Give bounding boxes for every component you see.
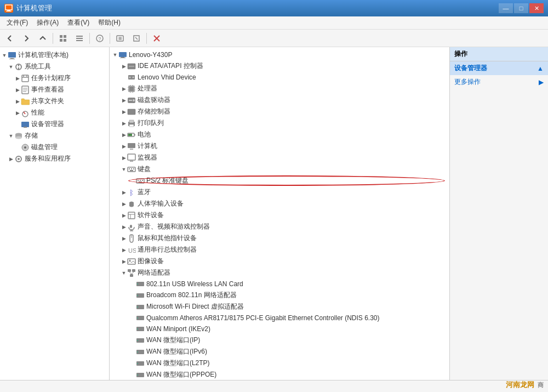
- network-item-4[interactable]: Qualcomm Atheros AR8171/8175 PCI-E Gigab…: [110, 313, 449, 323]
- expand-system-tools[interactable]: ▼: [8, 64, 14, 70]
- maximize-button[interactable]: □: [514, 3, 528, 13]
- right-panel-device-manager[interactable]: 设备管理器 ▲: [450, 61, 548, 75]
- device-usb[interactable]: ▶ USB 通用串行总线控制器: [110, 244, 449, 255]
- network-item-2[interactable]: Broadcom 802.11n 网络适配器: [110, 289, 449, 301]
- delete-btn[interactable]: [149, 31, 164, 46]
- device-cpu[interactable]: ▶ 处理器: [110, 83, 449, 94]
- device-vhid[interactable]: Lenovo Vhid Device: [110, 72, 449, 83]
- device-network[interactable]: ▼ 网络适配器: [110, 267, 449, 279]
- svg-rect-72: [130, 149, 133, 150]
- expand-software[interactable]: ▶: [121, 212, 127, 219]
- expand-root[interactable]: ▼: [1, 52, 8, 59]
- device-ps2-keyboard[interactable]: PS/2 标准键盘: [110, 175, 449, 186]
- close-button[interactable]: ✕: [529, 3, 544, 13]
- network-item-6[interactable]: WAN 微型端口(IP): [110, 334, 449, 346]
- tree-root[interactable]: ▼ 计算机管理(本地): [0, 49, 109, 61]
- device-print[interactable]: ▶ 打印队列: [110, 117, 449, 129]
- net-item-9-label: WAN 微型端口(PPPOE): [146, 370, 216, 379]
- expand-task-scheduler[interactable]: ▶: [14, 75, 21, 82]
- device-software[interactable]: ▶ 软件设备: [110, 209, 449, 221]
- expand-device-root[interactable]: ▼: [112, 52, 118, 58]
- menu-view[interactable]: 查看(V): [63, 17, 94, 29]
- menu-action[interactable]: 操作(A): [32, 17, 63, 29]
- device-bluetooth[interactable]: ▶ ᛒ 蓝牙: [110, 186, 449, 198]
- expand-event-viewer[interactable]: ▶: [14, 87, 21, 93]
- expand-storage-ctrl[interactable]: ▶: [121, 109, 127, 115]
- device-root[interactable]: ▼ Lenovo-Y430P: [110, 49, 449, 60]
- expand-monitor[interactable]: ▶: [121, 155, 127, 161]
- minimize-button[interactable]: —: [499, 3, 513, 13]
- svg-rect-89: [130, 225, 132, 228]
- expand-hid[interactable]: ▶: [121, 201, 127, 207]
- device-hid[interactable]: ▶ 人体学输入设备: [110, 198, 449, 209]
- watermark-text: 河南龙网: [506, 380, 534, 389]
- tree-task-scheduler[interactable]: ▶ 任务计划程序: [0, 72, 109, 84]
- device-disk[interactable]: ▶ 磁盘驱动器: [110, 94, 449, 106]
- svg-rect-81: [138, 180, 139, 181]
- network-item-9[interactable]: WAN 微型端口(PPPOE): [110, 369, 449, 380]
- tree-event-viewer[interactable]: ▶ 事件查看器: [0, 84, 109, 95]
- menu-file[interactable]: 文件(F): [2, 17, 32, 29]
- expand-performance[interactable]: ▶: [14, 110, 21, 116]
- net-adapter-icon-8: [136, 359, 145, 368]
- tree-disk-management[interactable]: 磁盘管理: [0, 141, 109, 153]
- expand-shared-folders[interactable]: ▶: [14, 98, 21, 105]
- expand-keyboard[interactable]: ▼: [121, 166, 127, 173]
- right-panel-more-actions[interactable]: 更多操作 ▶: [450, 75, 548, 89]
- network-item-1[interactable]: 802.11n USB Wireless LAN Card: [110, 279, 449, 289]
- svg-text:ᛒ: ᛒ: [129, 189, 134, 197]
- svg-rect-20: [9, 59, 15, 59]
- expand-bluetooth[interactable]: ▶: [121, 189, 127, 196]
- network-item-3[interactable]: Microsoft Wi-Fi Direct 虚拟适配器: [110, 301, 449, 313]
- expand-services[interactable]: ▶: [8, 156, 14, 162]
- shared-folders-label: 共享文件夹: [31, 96, 64, 106]
- expand-audio[interactable]: ▶: [121, 224, 127, 230]
- help-btn[interactable]: ?: [92, 31, 107, 46]
- expand-storage[interactable]: ▼: [8, 133, 14, 139]
- device-battery[interactable]: ▶ 电池: [110, 129, 449, 140]
- expand-mouse[interactable]: ▶: [121, 235, 127, 242]
- software-icon: [127, 211, 136, 220]
- tree-performance[interactable]: ▶ 性能: [0, 107, 109, 118]
- view-btn-2[interactable]: [72, 31, 87, 46]
- expand-computer[interactable]: ▶: [121, 143, 127, 150]
- console-btn[interactable]: ▦: [112, 31, 128, 46]
- tree-services[interactable]: ▶ 服务和应用程序: [0, 153, 109, 164]
- network-item-7[interactable]: WAN 微型端口(IPv6): [110, 346, 449, 357]
- expand-usb[interactable]: ▶: [121, 247, 127, 253]
- back-button[interactable]: [2, 31, 18, 46]
- device-monitor[interactable]: ▶ 监视器: [110, 152, 449, 163]
- tree-storage[interactable]: ▼ 存储: [0, 130, 109, 141]
- net-adapter-icon-5: [136, 325, 145, 333]
- device-audio[interactable]: ▶ 声音、视频和游戏控制器: [110, 221, 449, 232]
- expand-network[interactable]: ▼: [121, 270, 127, 276]
- svg-point-118: [137, 374, 138, 376]
- svg-rect-77: [131, 168, 132, 169]
- expand-battery[interactable]: ▶: [121, 132, 127, 138]
- tree-shared-folders[interactable]: ▶ 共享文件夹: [0, 95, 109, 107]
- expand-ide[interactable]: ▶: [121, 63, 127, 70]
- net-adapter-icon-2: [136, 291, 145, 300]
- device-mouse[interactable]: ▶ 鼠标和其他指针设备: [110, 232, 449, 244]
- device-image[interactable]: ▶ 图像设备: [110, 255, 449, 267]
- device-keyboard[interactable]: ▼ 键盘: [110, 163, 449, 175]
- network-item-5[interactable]: WAN Miniport (IKEv2): [110, 323, 449, 334]
- net-item-3-label: Microsoft Wi-Fi Direct 虚拟适配器: [146, 302, 244, 311]
- tree-device-manager[interactable]: 设备管理器: [0, 118, 109, 130]
- expand-print[interactable]: ▶: [121, 120, 127, 127]
- expand-cpu[interactable]: ▶: [121, 86, 127, 92]
- tree-system-tools[interactable]: ▼ 系统工具: [0, 61, 109, 72]
- device-ide[interactable]: ▶ IDE ATA/ATAPI 控制器: [110, 60, 449, 72]
- right-panel-more-actions-label: 更多操作: [454, 77, 481, 87]
- forward-button[interactable]: [19, 31, 34, 46]
- net-adapter-icon-4: [136, 314, 145, 322]
- view-btn-1[interactable]: [55, 31, 71, 46]
- export-btn[interactable]: [129, 31, 144, 46]
- expand-image[interactable]: ▶: [121, 258, 127, 265]
- device-computer[interactable]: ▶ 计算机: [110, 140, 449, 152]
- device-storage-ctrl[interactable]: ▶ 存储控制器: [110, 106, 449, 117]
- menu-help[interactable]: 帮助(H): [94, 17, 125, 29]
- up-button[interactable]: [35, 31, 50, 46]
- network-item-8[interactable]: WAN 微型端口(L2TP): [110, 357, 449, 369]
- expand-disk[interactable]: ▶: [121, 97, 127, 104]
